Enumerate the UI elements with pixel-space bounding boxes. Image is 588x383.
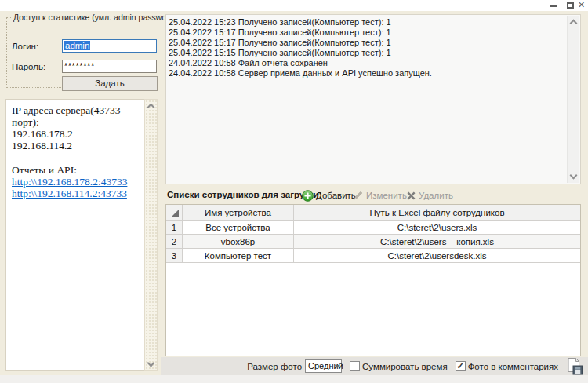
table-row[interactable]: 1 Все устройства C:\steret\2\users.xls <box>166 221 580 235</box>
password-masked-value: ******** <box>64 62 95 71</box>
device-cell: Все устройства <box>183 221 294 235</box>
row-header: 1 <box>166 221 183 235</box>
password-input[interactable]: ******** <box>62 60 157 73</box>
employee-lists-toolbar: Списки сотрудников для загрузки: Добавит… <box>165 187 581 204</box>
scroll-up-icon[interactable] <box>570 20 578 27</box>
row-header: 3 <box>166 249 183 263</box>
edit-button: Изменить <box>353 188 407 203</box>
photo-comments-label: Фото в комментариях <box>468 362 558 371</box>
scroll-up-icon[interactable] <box>147 104 155 111</box>
device-cell: Компьютер тест <box>183 249 294 263</box>
path-cell: C:\steret\2\users – копия.xls <box>294 235 580 249</box>
column-header-device[interactable]: Имя устройства <box>183 205 294 221</box>
column-header-path[interactable]: Путь к Excel файлу сотрудников <box>294 205 580 221</box>
footer-bar: Размер фото Средний Суммировать время ✓ … <box>161 357 588 375</box>
save-file-icon <box>565 357 583 375</box>
log-line: 25.04.2022 15:17 Получено записей(Компью… <box>169 38 564 48</box>
api-link[interactable]: http:\\192.168.178.2:43733 <box>12 176 143 188</box>
login-value: admin <box>64 41 90 50</box>
row-header: 2 <box>166 235 183 249</box>
minimize-icon[interactable] <box>550 5 557 7</box>
reports-title: Отчеты и API: <box>12 164 143 176</box>
photo-size-select[interactable]: Средний <box>305 359 342 373</box>
log-lines: 25.04.2022 15:23 Получено записей(Компью… <box>169 17 564 78</box>
groupbox-title: Доступ к статистике (умл. admin password… <box>11 13 181 22</box>
sum-time-checkbox[interactable] <box>350 361 360 371</box>
employee-table: Имя устройства Путь к Excel файлу сотруд… <box>165 204 581 356</box>
delete-button: Удалить <box>406 188 453 203</box>
device-cell: vbox86p <box>183 235 294 249</box>
titlebar: ✕ <box>0 0 588 11</box>
maximize-icon[interactable] <box>567 2 574 9</box>
scroll-down-icon[interactable] <box>570 172 578 180</box>
select-all-triangle-icon <box>172 210 179 217</box>
add-button-label: Добавить <box>316 191 356 200</box>
path-cell: C:\steret\2\users.xls <box>294 221 580 235</box>
delete-x-icon <box>406 191 416 201</box>
login-input[interactable]: admin <box>62 39 157 53</box>
ip-address: 192.168.114.2 <box>12 140 143 151</box>
pencil-icon <box>353 190 364 201</box>
add-button[interactable]: Добавить <box>302 188 356 203</box>
sum-time-label: Суммировать время <box>362 362 448 371</box>
photo-size-label: Размер фото <box>247 362 302 371</box>
path-cell: C:\steret\2\usersdesk.xls <box>294 249 580 263</box>
app-window: ✕ Доступ к статистике (умл. admin passwo… <box>0 0 588 383</box>
close-icon[interactable]: ✕ <box>575 0 587 11</box>
scroll-down-icon[interactable] <box>147 359 155 367</box>
photo-comments-checkbox[interactable]: ✓ <box>456 361 466 371</box>
log-line: 24.04.2022 10:58 Файл отчета сохранен <box>169 58 564 68</box>
table-row[interactable]: 3 Компьютер тест C:\steret\2\usersdesk.x… <box>166 249 580 263</box>
password-label: Пароль: <box>12 62 45 71</box>
chevron-down-icon <box>335 365 339 368</box>
statistics-access-groupbox: Доступ к статистике (умл. admin password… <box>6 17 158 88</box>
table-header-row: Имя устройства Путь к Excel файлу сотруд… <box>166 205 580 221</box>
ip-title: IP адреса сервера(43733 порт): <box>12 104 143 128</box>
log-line: 25.04.2022 15:17 Получено записей(Компью… <box>169 27 564 38</box>
table-row[interactable]: 2 vbox86p C:\steret\2\users – копия.xls <box>166 235 580 249</box>
edit-button-label: Изменить <box>366 191 407 200</box>
event-log: 25.04.2022 15:23 Получено записей(Компью… <box>165 14 581 184</box>
select-all-cell[interactable] <box>166 205 183 221</box>
spacer <box>12 151 143 164</box>
api-link[interactable]: http:\\192.168.114.2:43733 <box>12 188 143 199</box>
client-area: Доступ к статистике (умл. admin password… <box>0 11 588 375</box>
delete-button-label: Удалить <box>419 191 453 200</box>
server-info-scrollbar[interactable] <box>144 99 158 371</box>
log-line: 24.04.2022 10:58 Сервер приема данных и … <box>169 68 564 78</box>
add-icon <box>302 190 314 202</box>
set-credentials-button[interactable]: Задать <box>62 76 158 91</box>
log-scrollbar[interactable] <box>567 16 579 183</box>
log-line: 25.04.2022 15:15 Получено записей(Компью… <box>169 48 564 58</box>
server-info-panel: IP адреса сервера(43733 порт): 192.168.1… <box>5 99 144 371</box>
log-line: 25.04.2022 15:23 Получено записей(Компью… <box>169 17 564 27</box>
ip-address: 192.168.178.2 <box>12 128 143 140</box>
login-label: Логин: <box>12 42 38 51</box>
save-report-button[interactable] <box>564 358 584 375</box>
section-title: Списки сотрудников для загрузки: <box>167 190 321 199</box>
